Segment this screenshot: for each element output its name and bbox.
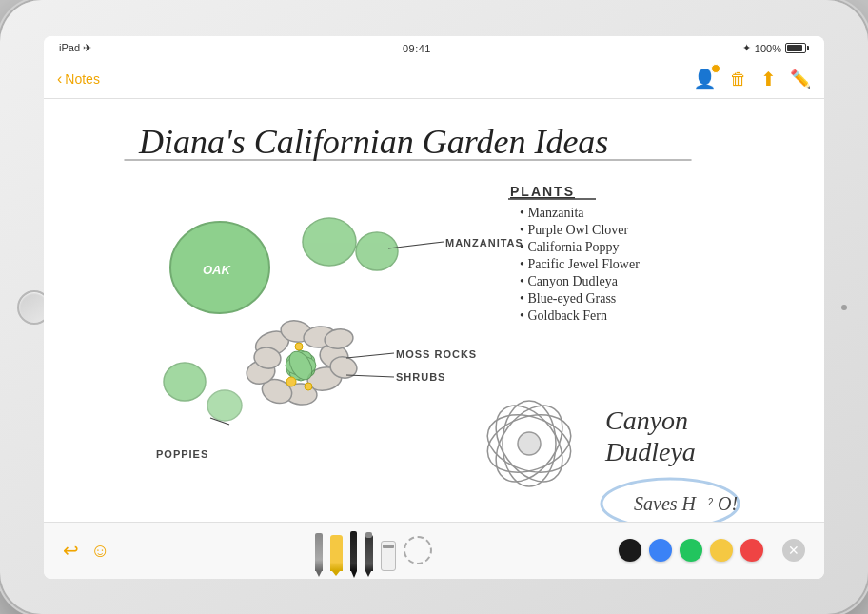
bottom-toolbar: ↩ ☺	[44, 522, 824, 579]
svg-point-13	[303, 218, 356, 266]
undo-button[interactable]: ↩	[63, 539, 79, 562]
status-time: 09:41	[403, 43, 431, 54]
status-left: iPad ✈	[59, 42, 91, 54]
color-red[interactable]	[740, 539, 763, 562]
share-button[interactable]: 👤	[693, 68, 717, 90]
svg-text:OAK: OAK	[203, 263, 232, 277]
compose-button[interactable]: ✏️	[790, 69, 811, 89]
svg-text:• Goldback Fern: • Goldback Fern	[520, 308, 607, 323]
back-label: Notes	[65, 71, 100, 87]
toolbar-tools	[128, 529, 619, 571]
toolbar-left: ↩ ☺	[63, 539, 109, 562]
svg-text:Saves H: Saves H	[634, 493, 698, 514]
color-green[interactable]	[680, 539, 702, 562]
trash-icon: 🗑	[730, 69, 747, 89]
svg-text:MOSS ROCKS: MOSS ROCKS	[396, 348, 477, 360]
svg-point-50	[518, 432, 541, 455]
svg-point-37	[305, 383, 312, 390]
color-black[interactable]	[619, 539, 641, 562]
emoji-button[interactable]: ☺	[90, 540, 109, 562]
svg-text:• California Poppy: • California Poppy	[520, 240, 619, 254]
toolbar-colors	[619, 539, 763, 562]
svg-text:• Purple Owl Clover: • Purple Owl Clover	[520, 223, 629, 237]
screen: iPad ✈ 09:41 ✦ 100% ‹ Notes	[44, 36, 824, 579]
svg-text:PLANTS: PLANTS	[510, 184, 575, 199]
export-button[interactable]: ⬆	[760, 68, 777, 90]
svg-text:Dudleya: Dudleya	[604, 437, 696, 466]
compose-icon: ✏️	[790, 69, 811, 89]
eraser-tool[interactable]	[381, 529, 396, 571]
back-button[interactable]: ‹ Notes	[57, 70, 100, 88]
color-yellow[interactable]	[710, 539, 733, 562]
svg-text:• Canyon Dudleya: • Canyon Dudleya	[520, 274, 619, 288]
battery-icon	[785, 43, 809, 53]
battery-pct: 100%	[755, 43, 781, 54]
pen2-tool[interactable]	[365, 529, 373, 571]
status-bar: iPad ✈ 09:41 ✦ 100%	[44, 36, 824, 61]
svg-text:• Pacific Jewel Flower: • Pacific Jewel Flower	[520, 257, 640, 271]
svg-text:2: 2	[708, 497, 714, 507]
close-icon: ✕	[788, 543, 799, 558]
svg-point-36	[286, 377, 296, 386]
trash-button[interactable]: 🗑	[730, 69, 747, 89]
svg-text:• Manzanita: • Manzanita	[520, 206, 584, 220]
nav-actions: 👤 🗑 ⬆ ✏️	[693, 68, 811, 90]
svg-line-39	[346, 353, 394, 358]
pencil-tool[interactable]	[315, 529, 323, 571]
close-button[interactable]: ✕	[782, 539, 805, 562]
ipad-label: iPad ✈	[59, 42, 91, 54]
svg-text:• Blue-eyed Grass: • Blue-eyed Grass	[520, 291, 616, 306]
marker-tool[interactable]	[330, 529, 343, 571]
svg-text:SHRUBS: SHRUBS	[396, 371, 445, 383]
note-canvas[interactable]: Diana's Californian Garden Ideas PLANTS …	[44, 99, 824, 522]
content-area: Diana's Californian Garden Ideas PLANTS …	[44, 99, 824, 522]
color-blue[interactable]	[649, 539, 672, 562]
export-icon: ⬆	[760, 69, 777, 89]
camera-dot	[841, 305, 847, 310]
bluetooth-icon: ✦	[742, 42, 751, 54]
svg-text:Canyon: Canyon	[605, 406, 688, 435]
svg-point-14	[356, 232, 398, 270]
svg-point-18	[207, 390, 242, 421]
svg-text:MANZANITAS: MANZANITAS	[445, 237, 523, 248]
pen-tool[interactable]	[350, 529, 357, 571]
chevron-left-icon: ‹	[57, 70, 62, 88]
svg-text:O!: O!	[718, 493, 738, 514]
ipad-frame: iPad ✈ 09:41 ✦ 100% ‹ Notes	[0, 0, 868, 614]
status-right: ✦ 100%	[742, 42, 809, 54]
svg-point-38	[295, 343, 303, 350]
svg-text:POPPIES: POPPIES	[156, 448, 208, 460]
toolbar-right: ✕	[782, 539, 805, 562]
lasso-tool[interactable]	[404, 529, 432, 571]
svg-text:Diana's Californian Garden Ide: Diana's Californian Garden Ideas	[138, 123, 608, 161]
svg-point-17	[164, 363, 206, 401]
nav-bar: ‹ Notes 👤 🗑 ⬆ ✏️	[44, 61, 824, 99]
